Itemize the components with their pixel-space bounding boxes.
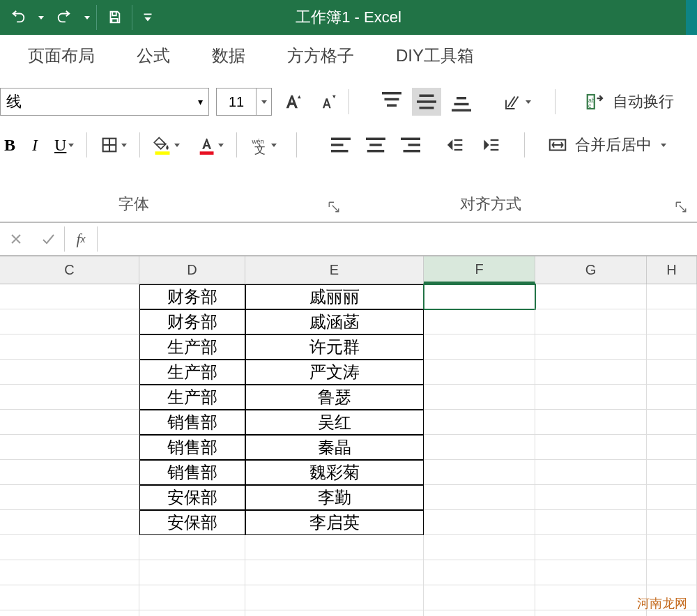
cell[interactable]	[424, 309, 535, 334]
cell[interactable]	[647, 535, 697, 560]
cell[interactable]	[0, 460, 139, 485]
cell[interactable]: 销售部	[139, 460, 245, 485]
customize-qat-dropdown[interactable]	[138, 2, 158, 33]
cell[interactable]	[424, 435, 535, 460]
column-header-d[interactable]: D	[139, 256, 245, 284]
enter-button[interactable]	[32, 231, 64, 247]
align-bottom-button[interactable]	[447, 88, 476, 116]
cell[interactable]	[535, 485, 647, 510]
cell[interactable]	[535, 284, 647, 309]
column-header-h[interactable]: H	[647, 256, 697, 284]
column-header-f[interactable]: F	[424, 256, 535, 284]
cell[interactable]	[139, 610, 245, 616]
cell[interactable]	[535, 435, 647, 460]
cell[interactable]	[535, 560, 647, 585]
cell[interactable]	[0, 560, 139, 585]
cell[interactable]	[647, 385, 697, 410]
cell[interactable]: 戚涵菡	[245, 309, 424, 334]
cell[interactable]	[647, 334, 697, 360]
column-header-c[interactable]: C	[0, 256, 139, 284]
cell[interactable]	[647, 284, 697, 309]
cell[interactable]: 销售部	[139, 410, 245, 435]
cell[interactable]	[424, 460, 535, 485]
cell[interactable]	[424, 284, 535, 309]
font-color-button[interactable]	[192, 130, 228, 160]
align-dialog-launcher[interactable]	[675, 201, 687, 213]
align-top-button[interactable]	[377, 88, 406, 116]
cell[interactable]	[0, 385, 139, 410]
cell[interactable]	[647, 360, 697, 385]
cell[interactable]	[0, 360, 139, 385]
cell[interactable]: 鲁瑟	[245, 385, 424, 410]
cell[interactable]: 销售部	[139, 435, 245, 460]
phonetic-guide-button[interactable]: wén文	[245, 130, 281, 160]
tab-fangfang[interactable]: 方方格子	[287, 45, 354, 67]
cell[interactable]: 魏彩菊	[245, 460, 424, 485]
cell[interactable]: 财务部	[139, 309, 245, 334]
decrease-indent-button[interactable]	[442, 130, 470, 160]
cell[interactable]	[535, 309, 647, 334]
cell[interactable]: 生产部	[139, 385, 245, 410]
cell[interactable]	[245, 535, 424, 560]
cell[interactable]	[535, 535, 647, 560]
tab-formulas[interactable]: 公式	[137, 45, 170, 67]
cell[interactable]	[0, 410, 139, 435]
undo-button[interactable]	[4, 2, 32, 33]
cell[interactable]	[0, 485, 139, 510]
save-button[interactable]	[102, 2, 126, 33]
cell[interactable]	[647, 309, 697, 334]
cell[interactable]	[535, 610, 647, 616]
cell[interactable]	[535, 385, 647, 410]
font-size-combo[interactable]: 11	[216, 88, 256, 116]
cell[interactable]: 李启英	[245, 510, 424, 535]
cell[interactable]: 戚丽丽	[245, 284, 424, 309]
shrink-font-button[interactable]	[314, 86, 342, 117]
cell[interactable]: 秦晶	[245, 435, 424, 460]
redo-dropdown[interactable]	[84, 2, 91, 33]
grid-body[interactable]: 财务部戚丽丽财务部戚涵菡生产部许元群生产部严文涛生产部鲁瑟销售部吴红销售部秦晶销…	[0, 284, 697, 616]
italic-button[interactable]: I	[28, 130, 42, 160]
cell[interactable]	[0, 610, 139, 616]
cell[interactable]	[535, 360, 647, 385]
underline-button[interactable]: U	[50, 130, 78, 160]
cell[interactable]	[424, 410, 535, 435]
cell[interactable]	[139, 535, 245, 560]
cell[interactable]	[245, 585, 424, 610]
cell[interactable]: 李勤	[245, 485, 424, 510]
column-header-e[interactable]: E	[245, 256, 424, 284]
align-right-button[interactable]	[396, 131, 425, 159]
increase-indent-button[interactable]	[478, 130, 506, 160]
fill-color-button[interactable]	[148, 130, 184, 160]
cell[interactable]	[647, 485, 697, 510]
cell[interactable]: 安保部	[139, 510, 245, 535]
borders-button[interactable]	[95, 130, 131, 160]
font-name-combo[interactable]: 线 ▾	[0, 88, 209, 116]
cell[interactable]	[245, 610, 424, 616]
redo-button[interactable]	[50, 2, 78, 33]
cell[interactable]	[535, 460, 647, 485]
cell[interactable]	[0, 309, 139, 334]
cell[interactable]: 安保部	[139, 485, 245, 510]
bold-button[interactable]: B	[0, 130, 20, 160]
cell[interactable]	[424, 560, 535, 585]
cell[interactable]	[535, 510, 647, 535]
cell[interactable]	[0, 334, 139, 360]
font-dialog-launcher[interactable]	[328, 201, 340, 213]
cell[interactable]	[535, 410, 647, 435]
insert-function-button[interactable]: fx	[65, 230, 97, 248]
formula-input[interactable]	[98, 223, 697, 255]
cell[interactable]	[0, 585, 139, 610]
cell[interactable]	[0, 284, 139, 309]
undo-dropdown[interactable]	[38, 2, 45, 33]
tab-data[interactable]: 数据	[212, 45, 245, 67]
cell[interactable]	[424, 535, 535, 560]
cell[interactable]: 吴红	[245, 410, 424, 435]
align-left-button[interactable]	[326, 131, 355, 159]
cell[interactable]	[647, 435, 697, 460]
cancel-button[interactable]	[0, 232, 32, 246]
align-middle-button[interactable]	[412, 88, 441, 116]
orientation-button[interactable]	[498, 86, 535, 117]
merge-center-button[interactable]: 合并后居中	[547, 134, 666, 155]
cell[interactable]: 生产部	[139, 360, 245, 385]
tab-page-layout[interactable]: 页面布局	[28, 45, 95, 67]
